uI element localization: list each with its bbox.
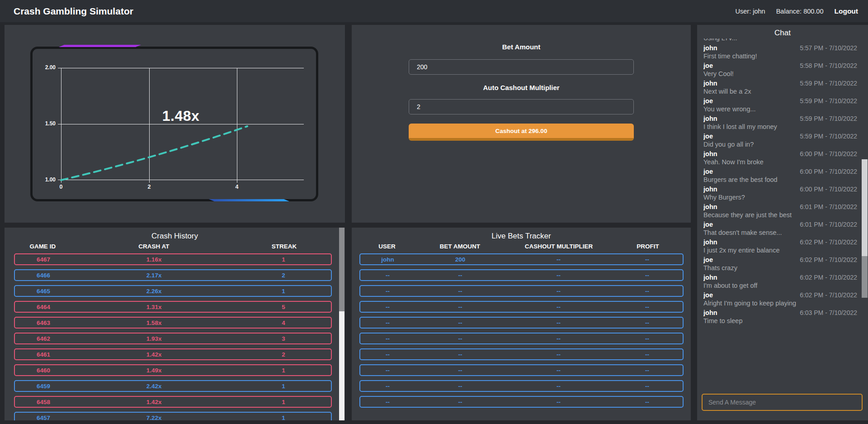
chart-accent-purple: [59, 45, 141, 47]
chat-message-text: Next will be a 2x: [703, 87, 857, 95]
cashout-button[interactable]: Cashout at 296.00: [409, 124, 634, 141]
chat-message-text: I'm about to get off: [703, 281, 857, 290]
chat-messages: Using LTV... john5:57 PM - 7/10/2022Firs…: [703, 38, 857, 355]
crash-history-row: 64611.42x2: [14, 348, 332, 360]
chat-message-timestamp: 6:01 PM - 7/10/2022: [800, 203, 857, 211]
cashout-multiplier-cell: --: [505, 288, 612, 295]
crash-history-row: 64641.31x5: [14, 301, 332, 313]
streak-cell: 1: [236, 399, 331, 405]
app-title: Crash Gambling Simulator: [14, 6, 133, 17]
chat-message-text: Alright I'm going to keep playing: [703, 299, 857, 307]
crash-history-panel: Crash History GAME ID CRASH AT STREAK 64…: [5, 228, 345, 420]
chat-message-author: joe: [703, 167, 713, 176]
chat-message: joe5:58 PM - 7/10/2022Very Cool!: [703, 62, 857, 78]
live-bet-row: --------: [359, 364, 684, 376]
chat-message: joe6:02 PM - 7/10/2022Thats crazy: [703, 256, 857, 272]
chat-message-text: Because they are just the best: [703, 211, 857, 219]
streak-cell: 1: [236, 288, 331, 295]
chat-message-author: john: [703, 309, 717, 317]
crash-at-cell: 1.93x: [72, 335, 236, 342]
chat-message-timestamp: 6:00 PM - 7/10/2022: [800, 150, 857, 158]
chat-message-header: john5:57 PM - 7/10/2022: [703, 44, 857, 52]
crash-at-cell: 2.26x: [72, 288, 236, 295]
crash-at-cell: 1.42x: [72, 351, 236, 358]
y-axis-tick-label: 1.50: [31, 120, 56, 127]
user-cell: john: [360, 256, 415, 263]
bet-amount-cell: --: [415, 351, 505, 358]
live-bet-row: --------: [359, 285, 684, 297]
chat-message-header: joe5:59 PM - 7/10/2022: [703, 132, 857, 140]
crash-at-cell: 2.42x: [72, 383, 236, 390]
game-id-cell: 6465: [15, 288, 72, 295]
chat-message-timestamp: 6:00 PM - 7/10/2022: [800, 185, 857, 193]
game-id-cell: 6457: [15, 414, 72, 421]
col-game-id: GAME ID: [14, 243, 71, 250]
cashout-multiplier-cell: --: [505, 383, 612, 390]
chat-clipped-message: Using LTV...: [703, 38, 857, 42]
cashout-multiplier-cell: --: [505, 351, 612, 358]
crash-history-row: 64621.93x3: [14, 333, 332, 344]
chat-message-header: john6:02 PM - 7/10/2022: [703, 238, 857, 246]
live-bet-row: --------: [359, 380, 684, 392]
bet-amount-cell: --: [415, 272, 505, 279]
crash-history-title: Crash History: [5, 232, 345, 241]
header-right: User: john Balance: 800.00 Logout: [736, 7, 858, 15]
chat-message-header: john6:01 PM - 7/10/2022: [703, 203, 857, 211]
chat-message-author: joe: [703, 97, 713, 105]
chat-message-text: Thats crazy: [703, 264, 857, 272]
streak-cell: 1: [236, 414, 331, 421]
crash-history-row: 64671.16x1: [14, 253, 332, 265]
chat-message-text: Very Cool!: [703, 70, 857, 78]
logout-button[interactable]: Logout: [834, 7, 858, 15]
game-id-cell: 6463: [15, 319, 72, 326]
chat-message-header: john6:02 PM - 7/10/2022: [703, 273, 857, 281]
chat-message-header: joe6:01 PM - 7/10/2022: [703, 220, 857, 229]
streak-cell: 1: [236, 367, 331, 374]
crash-history-row: 64631.58x4: [14, 317, 332, 329]
chat-message-author: john: [703, 203, 717, 211]
x-axis-tick-label: 0: [52, 184, 70, 190]
user-label: User: john: [736, 8, 765, 15]
profit-cell: --: [612, 256, 683, 263]
profit-cell: --: [612, 272, 683, 279]
bet-amount-cell: --: [415, 399, 505, 405]
streak-cell: 3: [236, 335, 331, 342]
y-axis-tick-label: 1.00: [31, 176, 56, 183]
chat-scrollbar-thumb[interactable]: [862, 159, 868, 256]
chat-message: john6:02 PM - 7/10/2022I'm about to get …: [703, 273, 857, 290]
chat-message-header: john6:00 PM - 7/10/2022: [703, 150, 857, 158]
chat-message: joe5:59 PM - 7/10/2022You were wrong...: [703, 97, 857, 113]
user-cell: --: [360, 272, 415, 279]
profit-cell: --: [612, 288, 683, 295]
crash-at-cell: 1.58x: [72, 319, 236, 326]
user-cell: --: [360, 304, 415, 310]
live-bet-row: --------: [359, 333, 684, 344]
chat-message-timestamp: 6:02 PM - 7/10/2022: [800, 238, 857, 246]
crash-history-header: GAME ID CRASH AT STREAK: [14, 243, 332, 250]
chat-message-header: john6:00 PM - 7/10/2022: [703, 185, 857, 193]
chat-message-header: joe6:02 PM - 7/10/2022: [703, 256, 857, 264]
live-bets-panel: Live Bets Tracker USER BET AMOUNT CASHOU…: [352, 228, 691, 420]
chat-message-input[interactable]: [702, 394, 863, 411]
user-cell: --: [360, 288, 415, 295]
live-bet-row: --------: [359, 269, 684, 281]
chat-message: john5:59 PM - 7/10/2022Next will be a 2x: [703, 79, 857, 95]
crash-history-scrollbar-thumb[interactable]: [339, 228, 344, 311]
multiplier-curve: [61, 126, 247, 180]
streak-cell: 2: [236, 272, 331, 279]
user-cell: --: [360, 383, 415, 390]
chat-scrollbar-track[interactable]: [862, 256, 868, 298]
col-bet-amount: BET AMOUNT: [415, 243, 505, 250]
live-bets-header: USER BET AMOUNT CASHOUT MULTIPLIER PROFI…: [359, 243, 684, 250]
auto-cashout-input[interactable]: [409, 99, 634, 114]
app-root: Crash Gambling Simulator User: john Bala…: [0, 0, 868, 424]
chat-message-header: joe5:59 PM - 7/10/2022: [703, 97, 857, 105]
bet-amount-input[interactable]: [409, 59, 634, 75]
crash-history-row: 64601.49x1: [14, 364, 332, 376]
chat-message-author: john: [703, 150, 717, 158]
crash-history-row: 64577.22x1: [14, 412, 332, 420]
bet-amount-cell: --: [415, 319, 505, 326]
live-bet-row: --------: [359, 301, 684, 313]
streak-cell: 5: [236, 304, 331, 310]
chart-accent-blue: [209, 199, 289, 201]
